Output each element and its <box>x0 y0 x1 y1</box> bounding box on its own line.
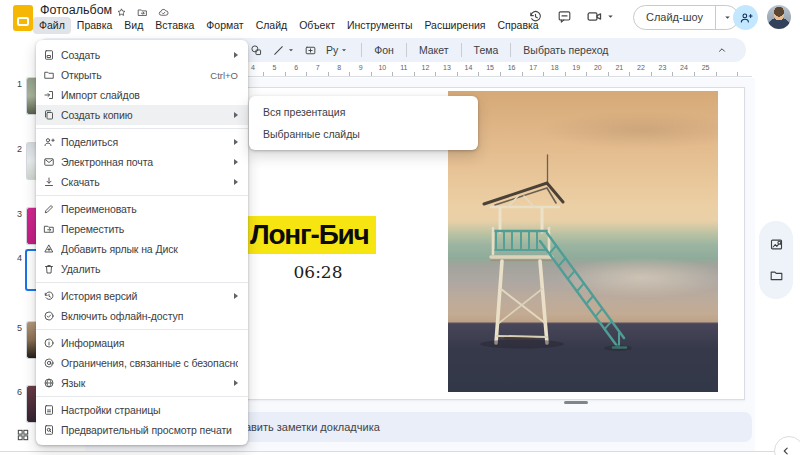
toolbar-button-2[interactable]: Макет <box>411 44 457 56</box>
toolbar-collapse-button[interactable] <box>716 44 728 56</box>
menubar-item-8[interactable]: Инструменты <box>341 17 418 34</box>
video-call-control[interactable] <box>586 8 615 25</box>
textbox-button[interactable] <box>304 44 317 57</box>
file-menu-item-label: Переименовать <box>61 203 238 215</box>
slideshow-button[interactable]: Слайд-шоу <box>634 6 715 29</box>
ruler-number: 13 <box>439 64 455 71</box>
file-menu-item[interactable]: Поделиться <box>36 132 248 152</box>
file-menu-item[interactable]: Скачать <box>36 172 248 192</box>
ruler-number: 11 <box>396 64 412 71</box>
info-icon <box>43 337 55 349</box>
submenu-item-1[interactable]: Вся презентация <box>249 101 478 123</box>
ruler-number: 16 <box>504 64 520 71</box>
file-menu-item-label: Поделиться <box>61 136 226 148</box>
submenu-arrow-icon <box>234 139 238 145</box>
pen-tool-label: Ру <box>326 44 338 56</box>
submenu-item-2[interactable]: Выбранные слайды <box>249 123 478 145</box>
share-button[interactable] <box>733 5 758 30</box>
file-menu-item[interactable]: Создать копию <box>36 105 248 125</box>
toolbar-button-3[interactable]: Тема <box>466 44 507 56</box>
file-menu-item[interactable]: Создать <box>36 45 248 65</box>
menubar-item-5[interactable]: Формат <box>200 17 249 34</box>
file-menu-item[interactable]: Удалить <box>36 259 248 279</box>
grid-view-button[interactable] <box>16 428 30 442</box>
menubar-item-7[interactable]: Объект <box>293 17 341 34</box>
file-menu-item[interactable]: Переместить <box>36 219 248 239</box>
file-menu-item[interactable]: Переименовать <box>36 199 248 219</box>
ruler-number: 15 <box>482 64 498 71</box>
slide-title-text[interactable]: Лонг-Бич <box>243 216 376 254</box>
menubar-item-4[interactable]: Вставка <box>149 17 200 34</box>
file-menu: СоздатьОткрытьCtrl+OИмпорт слайдовСоздат… <box>36 40 248 445</box>
notes-resize-handle[interactable] <box>564 401 588 404</box>
slide-photo-lifeguard-tower[interactable] <box>448 91 718 392</box>
drive-shortcut-icon <box>43 243 55 255</box>
file-menu-item[interactable]: Информация <box>36 333 248 353</box>
window-bottom-border <box>0 451 800 452</box>
file-menu-item-label: Предварительный просмотр печати <box>61 424 238 436</box>
menubar-item-1[interactable]: Файл <box>33 17 71 34</box>
slideshow-split-button: Слайд-шоу <box>633 5 739 30</box>
print-preview-icon <box>43 424 55 436</box>
file-menu-item-label: Переместить <box>61 223 238 235</box>
ruler-number: 8 <box>331 64 347 71</box>
menubar-item-6[interactable]: Слайд <box>250 17 294 34</box>
file-menu-item-label: Включить офлайн-доступ <box>61 310 238 322</box>
menu-separator <box>36 396 248 397</box>
avatar[interactable] <box>767 5 791 29</box>
file-menu-item[interactable]: Добавить ярлык на Диск <box>36 239 248 259</box>
file-menu-item-label: Язык <box>61 377 226 389</box>
folder-icon[interactable] <box>769 268 784 283</box>
person-add-icon <box>43 136 55 148</box>
file-menu-item[interactable]: История версий <box>36 286 248 306</box>
file-menu-item-label: Создать копию <box>61 109 226 121</box>
image-search-icon[interactable] <box>769 237 784 252</box>
file-menu-item[interactable]: Электронная почта <box>36 152 248 172</box>
toolbar-divider <box>510 43 511 57</box>
person-add-icon <box>739 11 753 25</box>
file-menu-item[interactable]: Настройки страницы <box>36 400 248 420</box>
globe-icon <box>43 377 55 389</box>
version-history-icon[interactable] <box>528 9 543 24</box>
slides-logo[interactable] <box>13 5 33 31</box>
folder-open-icon <box>43 69 55 81</box>
mail-icon <box>43 156 55 168</box>
menubar: ФайлПравкаВидВставкаФорматСлайдОбъектИнс… <box>33 17 545 34</box>
ruler-number: 14 <box>461 64 477 71</box>
line-button[interactable] <box>272 44 295 57</box>
file-menu-item[interactable]: Язык <box>36 373 248 393</box>
file-menu-item[interactable]: ОткрытьCtrl+O <box>36 65 248 85</box>
caret-down-icon <box>287 46 295 54</box>
menubar-item-2[interactable]: Правка <box>71 17 118 34</box>
toolbar-divider <box>461 43 462 57</box>
toolbar-button-1[interactable]: Фон <box>366 44 402 56</box>
file-menu-item-label: Импорт слайдов <box>61 89 238 101</box>
folder-move-icon <box>43 223 55 235</box>
slide-number-2: 2 <box>6 144 22 154</box>
comments-icon[interactable] <box>557 9 572 24</box>
ruler-number: 21 <box>611 64 627 71</box>
file-menu-item[interactable]: Импорт слайдов <box>36 85 248 105</box>
slide-number-3: 3 <box>6 209 22 219</box>
collapse-panel-button[interactable] <box>774 436 800 455</box>
pen-tool-button[interactable]: Ру <box>326 44 348 56</box>
toolbar-divider <box>361 43 362 57</box>
submenu-arrow-icon <box>234 179 238 185</box>
document-title[interactable]: Фотоальбом <box>40 3 112 17</box>
ruler-number: 10 <box>374 64 390 71</box>
file-menu-item-label: Скачать <box>61 176 226 188</box>
ruler-number: 23 <box>654 64 670 71</box>
file-menu-item[interactable]: Предварительный просмотр печати <box>36 420 248 440</box>
slide-time-text[interactable]: 06:28 <box>238 262 398 282</box>
copy-icon <box>43 109 55 121</box>
menubar-item-3[interactable]: Вид <box>118 17 149 34</box>
file-menu-item[interactable]: Ограничения, связанные с безопасностью <box>36 353 248 373</box>
rename-icon <box>43 203 55 215</box>
new-presentation-icon <box>43 49 55 61</box>
toolbar-button-4[interactable]: Выбрать переход <box>515 44 616 56</box>
file-menu-item[interactable]: Включить офлайн-доступ <box>36 306 248 326</box>
file-menu-item-label: Создать <box>61 49 226 61</box>
shapes-button[interactable] <box>250 44 263 57</box>
topbar-right-icons <box>528 8 615 25</box>
menubar-item-9[interactable]: Расширения <box>418 17 491 34</box>
